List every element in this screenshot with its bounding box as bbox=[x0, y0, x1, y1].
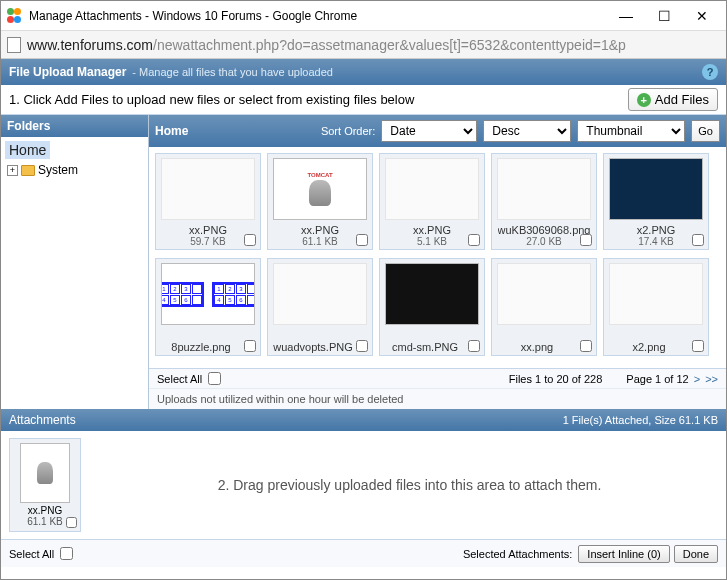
page-icon bbox=[7, 37, 21, 53]
folder-system-label: System bbox=[38, 163, 78, 177]
file-checkbox[interactable] bbox=[580, 234, 592, 246]
file-name: x2.PNG bbox=[637, 224, 676, 236]
folder-home[interactable]: Home bbox=[5, 141, 50, 159]
bottom-select-all-label: Select All bbox=[9, 548, 54, 560]
instruction-text: 1. Click Add Files to upload new files o… bbox=[9, 92, 414, 107]
file-checkbox[interactable] bbox=[356, 340, 368, 352]
file-cell[interactable]: 123456123456 8puzzle.png bbox=[155, 258, 261, 356]
app-favicon bbox=[7, 8, 23, 24]
file-cell[interactable]: xx.PNG 5.1 KB bbox=[379, 153, 485, 250]
file-cell[interactable]: cmd-sm.PNG bbox=[379, 258, 485, 356]
thumbnail-image bbox=[273, 263, 367, 325]
thumbnail-image: 123456123456 bbox=[161, 263, 255, 325]
page-info: Page 1 of 12 bbox=[626, 373, 688, 385]
file-cell[interactable]: wuKB3069068.png 27.0 KB bbox=[491, 153, 597, 250]
file-size: 17.4 KB bbox=[638, 236, 674, 247]
file-checkbox[interactable] bbox=[692, 340, 704, 352]
file-checkbox[interactable] bbox=[244, 340, 256, 352]
file-cell[interactable]: xx.PNG 59.7 KB bbox=[155, 153, 261, 250]
select-all-label: Select All bbox=[157, 373, 202, 385]
expand-icon[interactable]: + bbox=[7, 165, 18, 176]
attachment-checkbox[interactable] bbox=[66, 517, 77, 528]
folders-heading: Folders bbox=[1, 115, 148, 137]
file-name: xx.PNG bbox=[189, 224, 227, 236]
folder-system-row[interactable]: + System bbox=[3, 161, 146, 179]
attachments-info: 1 File(s) Attached, Size 61.1 KB bbox=[563, 414, 718, 426]
breadcrumb[interactable]: Home bbox=[155, 124, 188, 138]
sort-field-select[interactable]: Date bbox=[381, 120, 477, 142]
insert-inline-button[interactable]: Insert Inline (0) bbox=[578, 545, 669, 563]
plus-icon: + bbox=[637, 93, 651, 107]
file-cell[interactable]: xx.png bbox=[491, 258, 597, 356]
upload-manager-header: File Upload Manager - Manage all files t… bbox=[1, 59, 726, 85]
folder-icon bbox=[21, 165, 35, 176]
attachment-size: 61.1 KB bbox=[27, 516, 63, 527]
url-path: /newattachment.php?do=assetmanager&value… bbox=[153, 37, 626, 53]
file-size: 5.1 KB bbox=[417, 236, 447, 247]
thumbnail-image bbox=[385, 263, 479, 325]
sort-view-select[interactable]: Thumbnail bbox=[577, 120, 685, 142]
help-icon[interactable]: ? bbox=[702, 64, 718, 80]
file-checkbox[interactable] bbox=[356, 234, 368, 246]
minimize-button[interactable]: — bbox=[616, 8, 636, 24]
file-name: xx.PNG bbox=[413, 224, 451, 236]
attachment-thumbnail bbox=[20, 443, 70, 503]
file-size: 61.1 KB bbox=[302, 236, 338, 247]
url-host: www.tenforums.com bbox=[27, 37, 153, 53]
attachments-header: Attachments 1 File(s) Attached, Size 61.… bbox=[1, 409, 726, 431]
file-name: 8puzzle.png bbox=[160, 341, 242, 353]
thumbnail-grid: xx.PNG 59.7 KB TOMCAT xx.PNG 61.1 KB xx.… bbox=[149, 147, 726, 368]
file-name: wuadvopts.PNG bbox=[272, 341, 354, 353]
go-button[interactable]: Go bbox=[691, 120, 720, 142]
file-cell[interactable]: x2.PNG 17.4 KB bbox=[603, 153, 709, 250]
drag-hint: 2. Drag previously uploaded files into t… bbox=[101, 477, 718, 493]
file-checkbox[interactable] bbox=[468, 340, 480, 352]
file-size: 27.0 KB bbox=[526, 236, 562, 247]
upload-note: Uploads not utilized within one hour wil… bbox=[149, 388, 726, 409]
file-checkbox[interactable] bbox=[468, 234, 480, 246]
select-all-checkbox[interactable] bbox=[208, 372, 221, 385]
file-cell[interactable]: x2.png bbox=[603, 258, 709, 356]
thumbnail-image bbox=[497, 263, 591, 325]
window-titlebar: Manage Attachments - Windows 10 Forums -… bbox=[1, 1, 726, 31]
bottom-bar: Select All Selected Attachments: Insert … bbox=[1, 539, 726, 567]
thumbnail-image bbox=[161, 158, 255, 220]
file-name: xx.PNG bbox=[301, 224, 339, 236]
content-toolbar: Home Sort Order: Date Desc Thumbnail Go bbox=[149, 115, 726, 147]
thumbnail-image bbox=[609, 158, 703, 220]
sort-direction-select[interactable]: Desc bbox=[483, 120, 571, 142]
add-files-label: Add Files bbox=[655, 92, 709, 107]
thumbnail-image: TOMCAT bbox=[273, 158, 367, 220]
attachment-name: xx.PNG bbox=[28, 505, 62, 516]
thumbnail-image bbox=[497, 158, 591, 220]
header-title: File Upload Manager bbox=[9, 65, 126, 79]
close-button[interactable]: ✕ bbox=[692, 8, 712, 24]
content-panel: Home Sort Order: Date Desc Thumbnail Go … bbox=[149, 115, 726, 409]
attachments-dropzone[interactable]: xx.PNG 61.1 KB 2. Drag previously upload… bbox=[1, 431, 726, 539]
file-checkbox[interactable] bbox=[692, 234, 704, 246]
file-size: 59.7 KB bbox=[190, 236, 226, 247]
last-page-link[interactable]: >> bbox=[705, 373, 718, 385]
file-cell[interactable]: TOMCAT xx.PNG 61.1 KB bbox=[267, 153, 373, 250]
thumbnail-image bbox=[385, 158, 479, 220]
status-row: Select All Files 1 to 20 of 228 Page 1 o… bbox=[149, 368, 726, 388]
file-checkbox[interactable] bbox=[244, 234, 256, 246]
file-cell[interactable]: wuadvopts.PNG bbox=[267, 258, 373, 356]
sort-label: Sort Order: bbox=[321, 125, 375, 137]
folders-panel: Folders Home + System bbox=[1, 115, 149, 409]
window-title: Manage Attachments - Windows 10 Forums -… bbox=[29, 9, 616, 23]
file-name: cmd-sm.PNG bbox=[384, 341, 466, 353]
maximize-button[interactable]: ☐ bbox=[654, 8, 674, 24]
instruction-row: 1. Click Add Files to upload new files o… bbox=[1, 85, 726, 115]
attachments-heading: Attachments bbox=[9, 413, 76, 427]
file-checkbox[interactable] bbox=[580, 340, 592, 352]
attachment-cell[interactable]: xx.PNG 61.1 KB bbox=[9, 438, 81, 532]
file-name: x2.png bbox=[608, 341, 690, 353]
done-button[interactable]: Done bbox=[674, 545, 718, 563]
address-bar[interactable]: www.tenforums.com /newattachment.php?do=… bbox=[1, 31, 726, 59]
file-range: Files 1 to 20 of 228 bbox=[509, 373, 603, 385]
next-page-link[interactable]: > bbox=[694, 373, 700, 385]
bottom-select-all-checkbox[interactable] bbox=[60, 547, 73, 560]
selected-attachments-label: Selected Attachments: bbox=[463, 548, 572, 560]
add-files-button[interactable]: + Add Files bbox=[628, 88, 718, 111]
